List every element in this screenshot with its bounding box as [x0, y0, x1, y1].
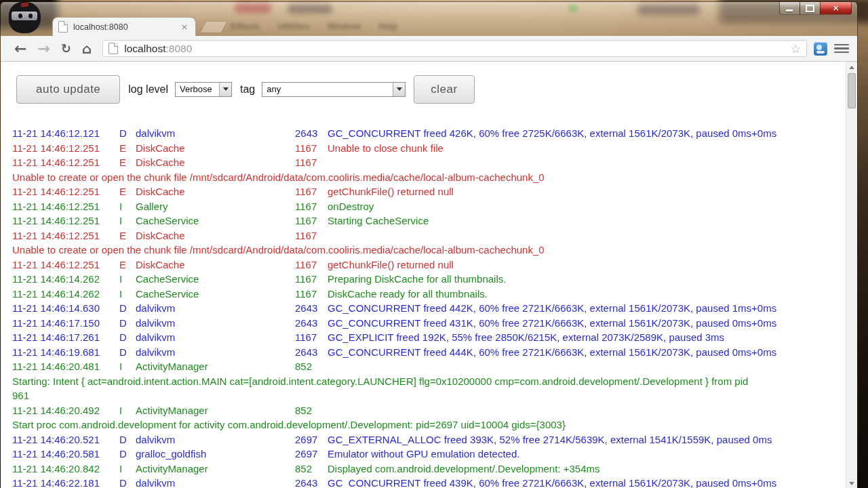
log-level: D	[119, 447, 136, 462]
dropdown-arrow-icon	[219, 83, 231, 96]
reload-button[interactable]: ↻	[61, 43, 71, 55]
log-continuation: Unable to create or open the chunk file …	[12, 244, 545, 256]
log-level-select[interactable]: Verbose	[175, 82, 232, 97]
minimize-button[interactable]	[779, 2, 800, 15]
auto-update-button[interactable]: auto update	[16, 75, 120, 104]
log-row: Start proc com.android.development for a…	[12, 418, 857, 432]
ninja-icon	[9, 2, 41, 33]
forward-button[interactable]: →	[37, 41, 50, 56]
close-icon: ×	[832, 3, 839, 13]
page-content: auto update log level Verbose tag any cl…	[1, 62, 857, 488]
log-continuation: Starting: Intent { act=android.intent.ac…	[12, 375, 748, 387]
log-row: Unable to create or open the chunk file …	[12, 170, 857, 185]
log-message: GC_CONCURRENT freed 426K, 60% free 2725K…	[328, 127, 776, 139]
log-row: 11-21 14:46:20.842IActivityManager852Dis…	[12, 462, 857, 476]
log-pid: 1167	[295, 214, 328, 228]
scroll-up-icon	[849, 66, 854, 69]
scrollbar-up-button[interactable]	[846, 62, 857, 73]
log-tag: CacheService	[136, 214, 295, 228]
log-level: I	[119, 199, 136, 214]
log-row: Unable to create or open the chunk file …	[12, 243, 857, 258]
log-output: 11-21 14:46:12.121Ddalvikvm2643GC_CONCUR…	[1, 126, 857, 488]
log-row: 11-21 14:46:17.150Ddalvikvm2643GC_CONCUR…	[12, 316, 857, 331]
tag-label: tag	[240, 83, 255, 96]
log-row: 11-21 14:46:12.251EDiskCache1167Unable t…	[12, 141, 857, 156]
log-message: GC_CONCURRENT freed 431K, 60% free 2721K…	[328, 317, 776, 329]
log-pid: 2697	[295, 432, 328, 447]
log-pid: 2697	[295, 447, 328, 462]
tab-close-button[interactable]: ×	[179, 22, 190, 33]
log-message: getChunkFile() returned null	[328, 259, 454, 270]
log-row: 11-21 14:46:12.251EDiskCache1167getChunk…	[12, 184, 857, 199]
log-message: onDestroy	[328, 201, 374, 212]
log-time: 11-21 14:46:12.251	[12, 228, 119, 243]
log-continuation: 961	[12, 390, 29, 401]
log-pid: 2643	[295, 301, 328, 316]
log-pid: 1167	[295, 199, 328, 214]
log-tag: dalvikvm	[136, 432, 295, 447]
log-pid: 2643	[295, 126, 328, 141]
log-level: I	[119, 462, 136, 476]
maximize-button[interactable]	[800, 2, 821, 15]
bookmark-star-icon[interactable]: ☆	[791, 42, 801, 56]
log-tag: DiskCache	[136, 155, 295, 170]
logcat-controls: auto update log level Verbose tag any cl…	[16, 75, 857, 103]
log-tag: dalvikvm	[136, 316, 295, 331]
log-tag: dalvikvm	[136, 330, 295, 345]
log-level: I	[119, 359, 136, 374]
home-button[interactable]: ⌂	[82, 42, 92, 56]
log-tag: ActivityManager	[136, 359, 295, 374]
extension-icon[interactable]	[814, 42, 827, 56]
log-message: GC_CONCURRENT freed 444K, 60% free 2721K…	[328, 346, 776, 358]
log-row: 11-21 14:46:12.251ICacheService1167Start…	[12, 214, 857, 228]
log-tag: DiskCache	[136, 141, 295, 156]
log-level: E	[119, 258, 136, 272]
clear-button[interactable]: clear	[414, 75, 474, 104]
close-window-button[interactable]: ×	[820, 2, 852, 15]
log-level: I	[119, 272, 136, 287]
log-row: 11-21 14:46:14.262ICacheService1167DiskC…	[12, 287, 857, 302]
log-row: 961	[12, 388, 857, 403]
log-row: 11-21 14:46:22.181Ddalvikvm2643GC_CONCUR…	[12, 476, 857, 488]
log-message: GC_EXPLICIT freed 192K, 55% free 2850K/6…	[328, 331, 724, 343]
scrollbar-thumb[interactable]	[848, 73, 856, 108]
log-row: 11-21 14:46:12.251EDiskCache1167	[12, 228, 857, 243]
scrollbar[interactable]	[846, 62, 857, 488]
maximize-icon	[806, 5, 814, 12]
url-host: localhost	[124, 43, 165, 54]
log-tag: ActivityManager	[136, 403, 295, 418]
log-tag: Gallery	[136, 199, 295, 214]
log-time: 11-21 14:46:12.251	[12, 184, 119, 199]
log-level: D	[119, 476, 136, 488]
scroll-down-icon	[849, 482, 854, 485]
log-time: 11-21 14:46:19.681	[12, 345, 119, 360]
log-level: I	[119, 287, 136, 302]
log-pid: 1167	[295, 287, 328, 302]
back-button[interactable]: ←	[14, 41, 26, 56]
log-pid: 2643	[295, 316, 328, 331]
log-row: 11-21 14:46:14.630Ddalvikvm2643GC_CONCUR…	[12, 301, 857, 316]
address-bar[interactable]: localhost:8080 ☆	[102, 40, 807, 57]
log-row: 11-21 14:46:19.681Ddalvikvm2643GC_CONCUR…	[12, 345, 857, 360]
new-tab-button[interactable]	[199, 21, 228, 33]
log-row: 11-21 14:46:20.481IActivityManager852	[12, 359, 857, 374]
log-time: 11-21 14:46:12.251	[12, 214, 119, 228]
log-message: GC_EXTERNAL_ALLOC freed 393K, 52% free 2…	[328, 434, 772, 445]
tag-value: any	[262, 84, 393, 94]
log-pid: 1167	[295, 272, 328, 287]
log-pid: 1167	[295, 141, 328, 156]
log-time: 11-21 14:46:20.492	[12, 403, 119, 418]
log-pid: 1167	[295, 228, 328, 243]
log-row: 11-21 14:46:20.521Ddalvikvm2697GC_EXTERN…	[12, 432, 857, 447]
log-tag: dalvikvm	[136, 345, 295, 360]
browser-tab[interactable]: localhost:8080 ×	[52, 17, 196, 36]
menu-button[interactable]	[834, 42, 849, 56]
scrollbar-down-button[interactable]	[846, 478, 857, 488]
tag-select[interactable]: any	[262, 82, 406, 97]
page-icon	[108, 43, 118, 54]
log-time: 11-21 14:46:14.630	[12, 301, 119, 316]
log-pid: 1167	[295, 184, 328, 199]
log-continuation: Unable to create or open the chunk file …	[12, 171, 545, 183]
ninja-eye	[28, 14, 33, 18]
log-row: 11-21 14:46:20.581Dgralloc_goldfish2697E…	[12, 447, 857, 462]
